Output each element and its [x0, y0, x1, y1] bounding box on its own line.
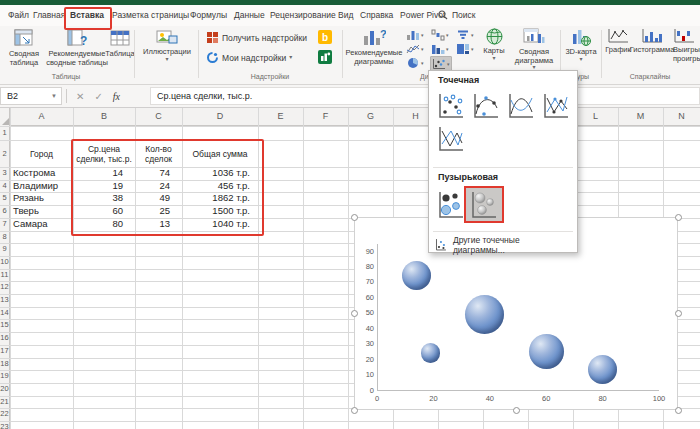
row-header-14[interactable]: 14 — [0, 307, 9, 320]
more-scatter-charts-item[interactable]: Другие точечные диаграммы... — [435, 237, 573, 253]
enter-icon[interactable]: ✓ — [94, 91, 102, 102]
cell-D7[interactable]: 1040 т.р. — [182, 218, 258, 231]
row-header-13[interactable]: 13 — [0, 294, 9, 307]
chart-bubble[interactable] — [402, 261, 431, 290]
cell-C7[interactable]: 13 — [135, 218, 182, 231]
cell-A6[interactable]: Тверь — [10, 205, 73, 218]
row-header-17[interactable]: 17 — [0, 345, 9, 358]
selection-handle[interactable] — [675, 214, 682, 221]
selection-handle[interactable] — [351, 407, 358, 414]
pivot-chart-button[interactable]: Сводная диаграмма ▾ — [510, 28, 558, 70]
row-header-11[interactable]: 11 — [0, 269, 9, 282]
pivot-table-button[interactable]: Сводная таблица — [2, 28, 46, 67]
row-header-12[interactable]: 12 — [0, 281, 9, 294]
row-header-7[interactable]: 7 — [0, 218, 9, 231]
column-header-C[interactable]: C — [135, 111, 182, 121]
column-header-E[interactable]: E — [258, 111, 303, 121]
tab-data[interactable]: Данные — [234, 10, 265, 20]
tab-home[interactable]: Главная — [33, 10, 65, 20]
selection-handle[interactable] — [675, 407, 682, 414]
row-header-20[interactable]: 20 — [0, 383, 9, 396]
column-header-N[interactable]: N — [663, 111, 700, 121]
row-header-19[interactable]: 19 — [0, 370, 9, 383]
cell-B4[interactable]: 19 — [73, 180, 135, 193]
tab-view[interactable]: Вид — [338, 10, 353, 20]
scatter-smooth-option[interactable] — [507, 92, 535, 120]
cell-A2[interactable]: Город — [10, 140, 73, 167]
scatter-markers-option[interactable] — [437, 92, 465, 120]
row-header-1[interactable]: 1 — [0, 126, 9, 140]
insert-funnel-chart-button[interactable]: ▾ — [456, 29, 474, 41]
chart-bubble[interactable] — [465, 295, 504, 334]
my-addins-button[interactable]: Мои надстройки ▾ — [206, 51, 292, 64]
tab-page-layout[interactable]: Разметка страницы — [112, 10, 189, 20]
chart-bubble[interactable] — [529, 334, 564, 369]
cell-B7[interactable]: 80 — [73, 218, 135, 231]
cell-D4[interactable]: 456 т.р. — [182, 180, 258, 193]
bing-addin-button[interactable]: b — [318, 30, 332, 48]
bubble-2d-option[interactable] — [437, 190, 465, 220]
formula-input[interactable]: Ср.цена сделки, тыс.р. — [150, 87, 700, 105]
row-header-8[interactable]: 8 — [0, 231, 9, 244]
fx-icon[interactable]: fx — [113, 91, 120, 102]
row-header-10[interactable]: 10 — [0, 256, 9, 269]
cell-D3[interactable]: 1036 т.р. — [182, 167, 258, 180]
column-header-F[interactable]: F — [303, 111, 348, 121]
insert-waterfall-chart-button[interactable]: ▾ — [431, 29, 449, 41]
cell-B5[interactable]: 38 — [73, 192, 135, 205]
cancel-icon[interactable]: ✕ — [76, 91, 84, 102]
selection-handle[interactable] — [675, 310, 682, 317]
cell-C2[interactable]: Кол-во сделок — [135, 140, 182, 167]
search-box[interactable]: Поиск — [438, 10, 476, 20]
illustrations-button[interactable]: Иллюстрации ▾ — [138, 28, 196, 62]
map3d-button[interactable]: 3D-карта ▾ — [563, 28, 599, 62]
insert-line-chart-button[interactable]: ▾ — [406, 43, 424, 55]
row-header-22[interactable]: 22 — [0, 408, 9, 421]
column-header-B[interactable]: B — [73, 111, 135, 121]
tab-help[interactable]: Справка — [360, 10, 393, 20]
cell-C4[interactable]: 24 — [135, 180, 182, 193]
row-header-3[interactable]: 3 — [0, 167, 9, 180]
cell-C5[interactable]: 49 — [135, 192, 182, 205]
cell-B3[interactable]: 14 — [73, 167, 135, 180]
insert-pie-chart-button[interactable]: ▾ — [406, 57, 424, 69]
people-graph-addin-button[interactable] — [318, 50, 332, 68]
selection-handle[interactable] — [351, 310, 358, 317]
cell-C6[interactable]: 25 — [135, 205, 182, 218]
column-header-G[interactable]: G — [348, 111, 393, 121]
insert-column-chart-button[interactable]: ▾ — [406, 29, 424, 41]
selection-handle[interactable] — [351, 214, 358, 221]
row-header-6[interactable]: 6 — [0, 205, 9, 218]
chart-bubble[interactable] — [588, 355, 617, 384]
column-header-D[interactable]: D — [182, 111, 258, 121]
cell-A3[interactable]: Кострома — [10, 167, 73, 180]
cell-A7[interactable]: Самара — [10, 218, 73, 231]
select-all-corner[interactable] — [2, 118, 9, 125]
tab-review[interactable]: Рецензирование — [270, 10, 336, 20]
row-header-18[interactable]: 18 — [0, 358, 9, 371]
tab-file[interactable]: Файл — [8, 10, 29, 20]
cell-B2[interactable]: Ср.цена сделки, тыс.р. — [73, 140, 135, 167]
row-header-5[interactable]: 5 — [0, 192, 9, 205]
cell-C3[interactable]: 74 — [135, 167, 182, 180]
column-header-M[interactable]: M — [618, 111, 663, 121]
recommended-pivot-button[interactable]: ? Рекомендуемые сводные таблицы — [46, 28, 108, 67]
sparkline-line-button[interactable]: График — [604, 28, 632, 55]
row-header-23[interactable]: 23 — [0, 421, 9, 429]
insert-hierarchy-chart-button[interactable]: ▾ — [456, 43, 474, 55]
row-header-4[interactable]: 4 — [0, 180, 9, 193]
scatter-straight-markers-option[interactable] — [542, 92, 570, 120]
name-box[interactable]: B2▼ — [0, 87, 62, 105]
column-header-L[interactable]: L — [573, 111, 618, 121]
maps-button[interactable]: Карты ▾ — [479, 28, 509, 61]
table-button[interactable]: Таблица — [107, 28, 133, 59]
row-header-2[interactable]: 2 — [0, 140, 9, 167]
cell-B6[interactable]: 60 — [73, 205, 135, 218]
cell-A4[interactable]: Владимир — [10, 180, 73, 193]
bubble-3d-option[interactable] — [469, 189, 499, 220]
row-header-16[interactable]: 16 — [0, 332, 9, 345]
insert-bar-chart-button[interactable]: ▾ — [431, 43, 449, 55]
row-header-9[interactable]: 9 — [0, 243, 9, 256]
cell-D2[interactable]: Общая сумма — [182, 140, 258, 167]
get-addins-button[interactable]: Получить надстройки — [206, 31, 307, 44]
